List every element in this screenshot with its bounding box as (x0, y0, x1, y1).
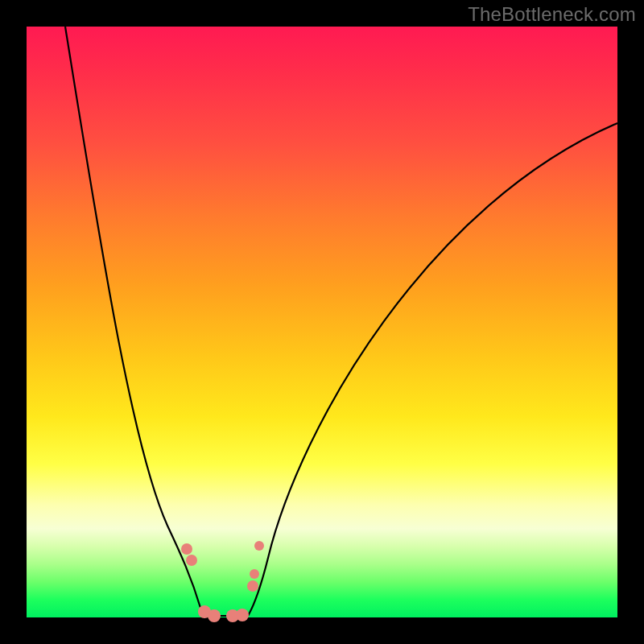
watermark-text: TheBottleneck.com (468, 3, 636, 26)
marker-dot (247, 580, 258, 592)
left-curve (65, 27, 208, 616)
marker-dot (250, 569, 259, 579)
chart-frame: TheBottleneck.com (0, 0, 644, 644)
marker-dot (208, 609, 221, 622)
marker-dot (254, 541, 264, 551)
marker-dot (186, 555, 197, 566)
chart-plot-area (27, 27, 617, 617)
marker-dot (236, 609, 249, 621)
right-curve (248, 123, 617, 616)
marker-dot (181, 543, 192, 555)
chart-svg (27, 27, 617, 617)
